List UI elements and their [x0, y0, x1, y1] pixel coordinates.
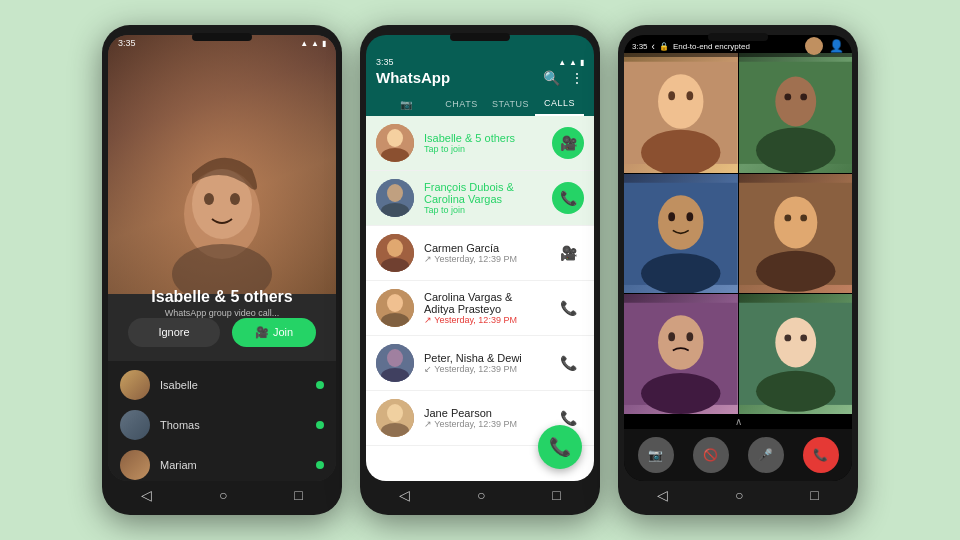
status-icons-2: ▲ ▲ ▮	[558, 58, 584, 67]
avatar-svg	[376, 344, 414, 382]
tab-calls[interactable]: CALLS	[535, 92, 584, 116]
participant-name: Mariam	[160, 459, 306, 471]
time-2: 3:35	[376, 57, 394, 67]
battery-icon: ▮	[322, 39, 326, 48]
wa-title-row: WhatsApp 🔍 ⋮	[376, 69, 584, 92]
svg-point-35	[641, 253, 720, 294]
call-item[interactable]: Isabelle & 5 others Tap to join 🎥	[366, 116, 594, 171]
phone-1: 3:35 ▲ ▲ ▮ Isabelle & 5 others WhatsApp …	[102, 25, 342, 515]
phone-notch-3	[708, 33, 768, 41]
recents-icon-2[interactable]: □	[552, 487, 560, 503]
camera-icon: 📷	[648, 448, 663, 462]
home-icon[interactable]: ○	[219, 487, 227, 503]
avatar	[376, 289, 414, 327]
svg-point-40	[756, 251, 835, 292]
end-call-icon: 📞	[813, 448, 828, 462]
new-call-fab[interactable]: 📞	[538, 425, 582, 469]
back-chevron-icon[interactable]: ‹	[652, 41, 655, 52]
person-video-1	[624, 53, 738, 173]
svg-point-41	[784, 214, 791, 221]
signal-icon: ▲	[300, 39, 308, 48]
end-call-button[interactable]: 📞	[803, 437, 839, 473]
more-options-icon[interactable]: ⋮	[570, 70, 584, 86]
camera-toggle-button[interactable]: 📷	[638, 437, 674, 473]
video-call-screen: 3:35 ▲ ▲ ▮ Isabelle & 5 others WhatsApp …	[108, 35, 336, 481]
status-bar-2: 3:35 ▲ ▲ ▮	[376, 57, 584, 69]
video-cell	[739, 53, 853, 173]
join-button[interactable]: 🎥 Join	[232, 318, 316, 347]
svg-point-21	[387, 404, 403, 422]
call-contact-name: Carolina Vargas & Aditya Prasteyo	[424, 291, 542, 315]
svg-point-51	[784, 335, 791, 342]
back-icon-3[interactable]: ◁	[657, 487, 668, 503]
avatar-svg	[376, 399, 414, 437]
back-icon[interactable]: ◁	[141, 487, 152, 503]
whatsapp-header: 3:35 ▲ ▲ ▮ WhatsApp 🔍 ⋮ 📷 CHATS	[366, 35, 594, 116]
person-video-4	[739, 174, 853, 294]
svg-point-32	[800, 94, 807, 101]
person-video-3	[624, 174, 738, 294]
avatar	[376, 234, 414, 272]
recents-icon-3[interactable]: □	[810, 487, 818, 503]
svg-point-9	[387, 184, 403, 202]
avatar-svg	[376, 124, 414, 162]
svg-point-45	[641, 373, 720, 414]
call-info: Carmen García ↗ Yesterday, 12:39 PM	[424, 242, 542, 264]
tab-camera[interactable]: 📷	[376, 93, 437, 116]
call-timestamp: ↗ Yesterday, 12:39 PM	[424, 419, 542, 429]
caller-photo	[108, 35, 336, 294]
phone-call-button[interactable]: 📞	[552, 182, 584, 214]
phone-1-screen: 3:35 ▲ ▲ ▮ Isabelle & 5 others WhatsApp …	[108, 35, 336, 481]
top-bar-left: 3:35 ‹ 🔒 End-to-end encrypted	[632, 41, 750, 52]
time-1: 3:35	[118, 38, 136, 48]
list-item: Mariam	[108, 445, 336, 481]
time-3: 3:35	[632, 42, 648, 51]
svg-point-47	[686, 333, 693, 342]
app-title: WhatsApp	[376, 69, 450, 86]
home-icon-3[interactable]: ○	[735, 487, 743, 503]
phone-2-screen: 3:35 ▲ ▲ ▮ WhatsApp 🔍 ⋮ 📷 CHATS	[366, 35, 594, 481]
avatar	[376, 179, 414, 217]
online-indicator	[316, 421, 324, 429]
call-item[interactable]: Carmen García ↗ Yesterday, 12:39 PM 🎥	[366, 226, 594, 281]
phone-3-screen: 3:35 ‹ 🔒 End-to-end encrypted 👤	[624, 35, 852, 481]
battery-icon-2: ▮	[580, 58, 584, 67]
wifi-icon: ▲	[311, 39, 319, 48]
video-icon: 🎥	[560, 245, 577, 261]
tab-status[interactable]: STATUS	[486, 93, 535, 115]
call-item[interactable]: François Dubois & Carolina Vargas Tap to…	[366, 171, 594, 226]
person-video-2	[739, 53, 853, 173]
video-cell	[624, 174, 738, 294]
add-participant-icon[interactable]: 👤	[829, 39, 844, 53]
phone-notch-2	[450, 33, 510, 41]
avatar	[376, 399, 414, 437]
search-icon[interactable]: 🔍	[543, 70, 560, 86]
phone-call-button[interactable]: 📞	[552, 347, 584, 379]
phone-icon: 📞	[560, 190, 577, 206]
expand-handle[interactable]: ∧	[624, 414, 852, 429]
phone-icon: 📞	[560, 355, 577, 371]
person-video-5	[624, 294, 738, 414]
call-item[interactable]: Peter, Nisha & Dewi ↙ Yesterday, 12:39 P…	[366, 336, 594, 391]
recents-icon[interactable]: □	[294, 487, 302, 503]
camera-icon: 📷	[400, 99, 413, 110]
call-item[interactable]: Carolina Vargas & Aditya Prasteyo ↗ Yest…	[366, 281, 594, 336]
phone-call-button[interactable]: 📞	[552, 292, 584, 324]
home-icon-2[interactable]: ○	[477, 487, 485, 503]
video-camera-icon: 🎥	[255, 326, 269, 339]
mute-video-button[interactable]: 🚫	[693, 437, 729, 473]
tab-chats[interactable]: CHATS	[437, 93, 486, 115]
video-call-button[interactable]: 🎥	[552, 127, 584, 159]
video-cell	[739, 174, 853, 294]
video-call-button[interactable]: 🎥	[552, 237, 584, 269]
svg-point-36	[668, 212, 675, 221]
call-timestamp: ↙ Yesterday, 12:39 PM	[424, 364, 542, 374]
nav-bar-1: ◁ ○ □	[108, 481, 336, 505]
microphone-icon: 🎤	[758, 448, 773, 462]
call-status: Tap to join	[424, 205, 542, 215]
avatar	[376, 344, 414, 382]
back-icon-2[interactable]: ◁	[399, 487, 410, 503]
call-contact-name: Jane Pearson	[424, 407, 542, 419]
ignore-button[interactable]: Ignore	[128, 318, 220, 347]
mute-audio-button[interactable]: 🎤	[748, 437, 784, 473]
